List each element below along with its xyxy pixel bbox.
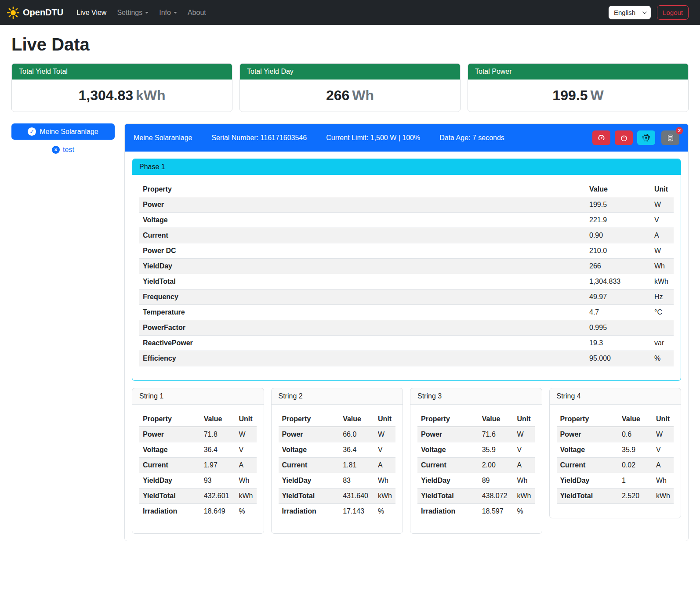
row-value: 1 bbox=[618, 473, 650, 488]
table-header-row: Property Value Unit bbox=[139, 412, 257, 427]
row-unit: A bbox=[233, 458, 257, 473]
row-property: Temperature bbox=[139, 305, 586, 320]
card-unit: W bbox=[590, 87, 603, 103]
row-value: 71.6 bbox=[479, 427, 511, 442]
row-unit: kWh bbox=[650, 488, 674, 504]
row-unit: V bbox=[647, 213, 674, 228]
row-property: Current bbox=[139, 228, 586, 243]
logout-button[interactable]: Logout bbox=[657, 5, 689, 20]
row-value: 0.995 bbox=[586, 320, 647, 336]
event-count-badge: 2 bbox=[676, 127, 683, 134]
event-log-button[interactable]: 2 bbox=[661, 130, 679, 145]
row-value: 431.640 bbox=[339, 488, 372, 504]
row-value: 1,304.833 bbox=[586, 274, 647, 289]
col-property: Property bbox=[139, 412, 200, 427]
brand-link[interactable]: OpenDTU bbox=[7, 7, 63, 19]
table-row: YieldDay 89 Wh bbox=[417, 473, 535, 488]
row-unit: V bbox=[372, 442, 395, 458]
phase-card-title: Phase 1 bbox=[132, 159, 681, 175]
row-property: Voltage bbox=[139, 213, 586, 228]
row-value: 199.5 bbox=[586, 197, 647, 213]
card-value: 266 bbox=[326, 87, 349, 103]
nav-live-view[interactable]: Live View bbox=[73, 5, 110, 20]
device-info-button[interactable] bbox=[637, 130, 655, 145]
string-1-table: Property Value Unit Power bbox=[139, 412, 257, 519]
row-property: YieldTotal bbox=[417, 488, 479, 504]
row-value: 438.072 bbox=[479, 488, 511, 504]
table-row: Irradiation 18.649 % bbox=[139, 504, 257, 519]
row-property: YieldTotal bbox=[557, 488, 619, 504]
table-row: Efficiency 95.000 % bbox=[139, 351, 674, 366]
table-row: YieldDay 83 Wh bbox=[279, 473, 396, 488]
table-row: Current 0.90 A bbox=[139, 228, 674, 243]
row-unit: % bbox=[647, 351, 674, 366]
summary-cards-row: Total Yield Total 1,304.83kWh Total Yiel… bbox=[11, 63, 689, 112]
row-value: 18.649 bbox=[200, 504, 233, 519]
nav-info[interactable]: Info bbox=[156, 5, 181, 20]
table-row: YieldTotal 432.601 kWh bbox=[139, 488, 257, 504]
table-row: Voltage 36.4 V bbox=[279, 442, 396, 458]
chevron-down-icon bbox=[145, 12, 149, 14]
row-property: PowerFactor bbox=[139, 320, 586, 336]
row-property: Power bbox=[139, 427, 200, 442]
language-select[interactable]: English bbox=[609, 6, 651, 19]
row-property: Current bbox=[139, 458, 200, 473]
row-unit: V bbox=[650, 442, 674, 458]
row-unit: var bbox=[647, 336, 674, 351]
col-property: Property bbox=[279, 412, 340, 427]
row-value: 4.7 bbox=[586, 305, 647, 320]
table-row: PowerFactor 0.995 bbox=[139, 320, 674, 336]
row-unit: Hz bbox=[647, 289, 674, 305]
row-unit: °C bbox=[647, 305, 674, 320]
row-value: 221.9 bbox=[586, 213, 647, 228]
string-4-table: Property Value Unit Power bbox=[557, 412, 674, 504]
sun-icon bbox=[7, 7, 19, 19]
table-row: Power 71.6 W bbox=[417, 427, 535, 442]
row-unit: Wh bbox=[650, 473, 674, 488]
limit-settings-button[interactable] bbox=[592, 130, 610, 145]
table-row: YieldTotal 1,304.833 kWh bbox=[139, 274, 674, 289]
row-value: 17.143 bbox=[339, 504, 372, 519]
col-value: Value bbox=[200, 412, 233, 427]
row-property: Power DC bbox=[139, 243, 586, 259]
table-row: YieldDay 93 Wh bbox=[139, 473, 257, 488]
row-unit: Wh bbox=[372, 473, 395, 488]
col-unit: Unit bbox=[511, 412, 535, 427]
nav-settings-label: Settings bbox=[117, 9, 142, 17]
sidebar-item-meine-solaranlage[interactable]: ✓ Meine Solaranlage bbox=[11, 123, 115, 140]
col-property: Property bbox=[417, 412, 479, 427]
row-property: Voltage bbox=[417, 442, 479, 458]
string-4-card: String 4 Property Value Unit bbox=[549, 388, 682, 518]
row-property: Power bbox=[279, 427, 340, 442]
table-row: Voltage 35.9 V bbox=[417, 442, 535, 458]
inverter-name: Meine Solaranlage bbox=[134, 134, 192, 142]
table-row: Voltage 36.4 V bbox=[139, 442, 257, 458]
row-unit: A bbox=[650, 458, 674, 473]
table-row: Current 1.97 A bbox=[139, 458, 257, 473]
col-value: Value bbox=[339, 412, 372, 427]
table-header-row: Property Value Unit bbox=[557, 412, 674, 427]
row-property: Frequency bbox=[139, 289, 586, 305]
gauge-icon bbox=[598, 134, 605, 141]
col-unit: Unit bbox=[372, 412, 395, 427]
col-value: Value bbox=[586, 182, 647, 197]
row-property: Power bbox=[557, 427, 619, 442]
sidebar-item-test[interactable]: × test bbox=[11, 146, 115, 154]
row-value: 89 bbox=[479, 473, 511, 488]
row-property: YieldDay bbox=[279, 473, 340, 488]
nav-about[interactable]: About bbox=[184, 5, 210, 20]
power-toggle-button[interactable] bbox=[615, 130, 633, 145]
row-unit: W bbox=[647, 197, 674, 213]
row-unit: W bbox=[647, 243, 674, 259]
table-row: Irradiation 17.143 % bbox=[279, 504, 396, 519]
row-property: YieldDay bbox=[417, 473, 479, 488]
nav-settings[interactable]: Settings bbox=[113, 5, 152, 20]
card-value: 1,304.83 bbox=[78, 87, 133, 103]
string-card-title: String 2 bbox=[272, 388, 403, 405]
table-row: Irradiation 18.597 % bbox=[417, 504, 535, 519]
col-value: Value bbox=[479, 412, 511, 427]
table-row: YieldDay 266 Wh bbox=[139, 259, 674, 274]
col-property: Property bbox=[139, 182, 586, 197]
row-unit: % bbox=[372, 504, 395, 519]
table-header-row: Property Value Unit bbox=[417, 412, 535, 427]
